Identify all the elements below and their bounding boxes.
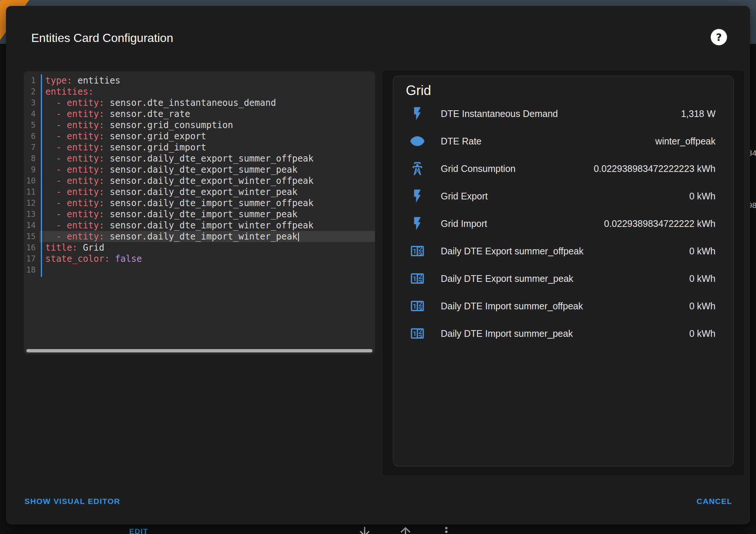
- line-number: 15: [24, 231, 39, 242]
- counter-icon: [410, 326, 425, 341]
- show-visual-editor-button[interactable]: SHOW VISUAL EDITOR: [25, 497, 120, 506]
- line-content: - entity: sensor.dte_instantaneous_deman…: [39, 97, 375, 108]
- yaml-editor[interactable]: 1type: entities2entities:3 - entity: sen…: [24, 71, 375, 354]
- entity-name: Grid Import: [441, 218, 598, 229]
- line-content: - entity: sensor.grid_export: [39, 131, 375, 142]
- entity-row[interactable]: Daily DTE Export summer_offpeak0 kWh: [393, 237, 733, 265]
- line-content: - entity: sensor.daily_dte_export_summer…: [39, 153, 375, 164]
- code-line-15[interactable]: 15 - entity: sensor.daily_dte_import_win…: [24, 231, 375, 242]
- code-line-13[interactable]: 13 - entity: sensor.daily_dte_import_sum…: [24, 209, 375, 220]
- code-line-14[interactable]: 14 - entity: sensor.daily_dte_import_win…: [24, 220, 375, 231]
- line-number: 1: [24, 75, 39, 86]
- entities-card-config-dialog: Entities Card Configuration ? 1type: ent…: [6, 6, 750, 524]
- line-number: 6: [24, 131, 39, 142]
- entity-row[interactable]: Daily DTE Export summer_peak0 kWh: [393, 265, 733, 292]
- flash-icon: [410, 188, 425, 204]
- entity-name: Daily DTE Export summer_offpeak: [441, 246, 683, 257]
- line-content: title: Grid: [39, 242, 375, 253]
- line-number: 12: [24, 198, 39, 209]
- card-title: Grid: [406, 83, 431, 98]
- line-content: type: entities: [39, 75, 375, 86]
- entity-name: Daily DTE Export summer_peak: [441, 273, 683, 284]
- edit-link[interactable]: EDIT: [129, 527, 148, 534]
- entity-state: winter_offpeak: [655, 136, 716, 147]
- entity-name: Daily DTE Import summer_peak: [441, 328, 683, 339]
- line-content: - entity: sensor.grid_import: [39, 142, 375, 153]
- entity-row[interactable]: Grid Export0 kWh: [393, 182, 733, 210]
- counter-icon: [410, 243, 425, 259]
- code-line-17[interactable]: 17state_color: false: [24, 253, 375, 264]
- entity-state: 0 kWh: [689, 246, 716, 257]
- card-preview-panel: Grid DTE Instantaneous Demand1,318 WDTE …: [382, 71, 744, 475]
- entity-state: 0 kWh: [689, 273, 716, 284]
- counter-icon: [410, 271, 425, 286]
- line-content: state_color: false: [39, 253, 375, 264]
- code-line-5[interactable]: 5 - entity: sensor.grid_consumption: [24, 120, 375, 131]
- line-number: 9: [24, 164, 39, 175]
- line-number: 7: [24, 142, 39, 153]
- dialog-title: Entities Card Configuration: [31, 31, 173, 45]
- help-icon: ?: [716, 32, 722, 43]
- help-button[interactable]: ?: [711, 29, 727, 45]
- cancel-button[interactable]: CANCEL: [697, 497, 732, 506]
- line-content: - entity: sensor.daily_dte_import_winter…: [39, 220, 375, 231]
- entity-row[interactable]: DTE Ratewinter_offpeak: [393, 127, 733, 155]
- code-line-11[interactable]: 11 - entity: sensor.daily_dte_export_win…: [24, 186, 375, 198]
- kebab-menu-icon[interactable]: [439, 524, 454, 534]
- entity-name: DTE Instantaneous Demand: [441, 108, 675, 119]
- line-content: [39, 264, 375, 276]
- arrow-down-icon[interactable]: [357, 524, 372, 534]
- line-number: 13: [24, 209, 39, 220]
- code-line-4[interactable]: 4 - entity: sensor.dte_rate: [24, 108, 375, 120]
- entity-state: 0 kWh: [689, 328, 716, 339]
- entity-state: 0.0229389834722222 kWh: [604, 218, 716, 229]
- line-content: - entity: sensor.daily_dte_export_winter…: [39, 186, 375, 198]
- entity-name: Daily DTE Import summer_offpeak: [441, 301, 683, 312]
- code-line-6[interactable]: 6 - entity: sensor.grid_export: [24, 131, 375, 142]
- code-line-16[interactable]: 16title: Grid: [24, 242, 375, 253]
- code-line-3[interactable]: 3 - entity: sensor.dte_instantaneous_dem…: [24, 97, 375, 108]
- line-content: - entity: sensor.daily_dte_export_summer…: [39, 164, 375, 175]
- entity-name: DTE Rate: [441, 136, 649, 147]
- code-line-9[interactable]: 9 - entity: sensor.daily_dte_export_summ…: [24, 164, 375, 175]
- entity-name: Grid Export: [441, 191, 683, 202]
- line-number: 18: [24, 264, 39, 276]
- line-number: 3: [24, 97, 39, 108]
- code-line-8[interactable]: 8 - entity: sensor.daily_dte_export_summ…: [24, 153, 375, 164]
- line-content: - entity: sensor.daily_dte_import_summer…: [39, 209, 375, 220]
- line-number: 8: [24, 153, 39, 164]
- entity-row[interactable]: DTE Instantaneous Demand1,318 W: [393, 100, 733, 127]
- entity-row[interactable]: Grid Consumption0.022938983472222223 kWh: [393, 155, 733, 182]
- flash-icon: [410, 106, 425, 121]
- counter-icon: [410, 298, 425, 314]
- code-line-7[interactable]: 7 - entity: sensor.grid_import: [24, 142, 375, 153]
- arrow-up-icon[interactable]: [398, 524, 413, 534]
- flash-icon: [410, 216, 425, 231]
- line-content: - entity: sensor.daily_dte_import_summer…: [39, 198, 375, 209]
- line-content: - entity: sensor.dte_rate: [39, 108, 375, 120]
- entity-row[interactable]: Daily DTE Import summer_offpeak0 kWh: [393, 292, 733, 320]
- text-cursor: [298, 232, 299, 241]
- line-number: 10: [24, 175, 39, 186]
- line-number: 11: [24, 186, 39, 198]
- entity-state: 0 kWh: [689, 301, 716, 312]
- editor-horizontal-scrollbar[interactable]: [26, 349, 372, 352]
- entity-row[interactable]: Daily DTE Import summer_peak0 kWh: [393, 320, 733, 347]
- line-number: 2: [24, 86, 39, 97]
- line-number: 5: [24, 120, 39, 131]
- entities-card-preview: Grid DTE Instantaneous Demand1,318 WDTE …: [393, 76, 734, 466]
- transmission-tower-icon: [410, 161, 425, 176]
- code-line-18[interactable]: 18: [24, 264, 375, 276]
- line-content: - entity: sensor.daily_dte_export_winter…: [39, 175, 375, 186]
- entity-row[interactable]: Grid Import0.0229389834722222 kWh: [393, 210, 733, 237]
- yaml-code-lines: 1type: entities2entities:3 - entity: sen…: [24, 75, 375, 276]
- code-line-1[interactable]: 1type: entities: [24, 75, 375, 86]
- line-content: - entity: sensor.daily_dte_import_winter…: [39, 231, 375, 242]
- entity-name: Grid Consumption: [441, 163, 588, 174]
- line-content: entities:: [39, 86, 375, 97]
- entity-rows: DTE Instantaneous Demand1,318 WDTE Ratew…: [393, 100, 733, 347]
- code-line-2[interactable]: 2entities:: [24, 86, 375, 97]
- code-line-10[interactable]: 10 - entity: sensor.daily_dte_export_win…: [24, 175, 375, 186]
- code-line-12[interactable]: 12 - entity: sensor.daily_dte_import_sum…: [24, 198, 375, 209]
- eye-icon: [410, 133, 425, 149]
